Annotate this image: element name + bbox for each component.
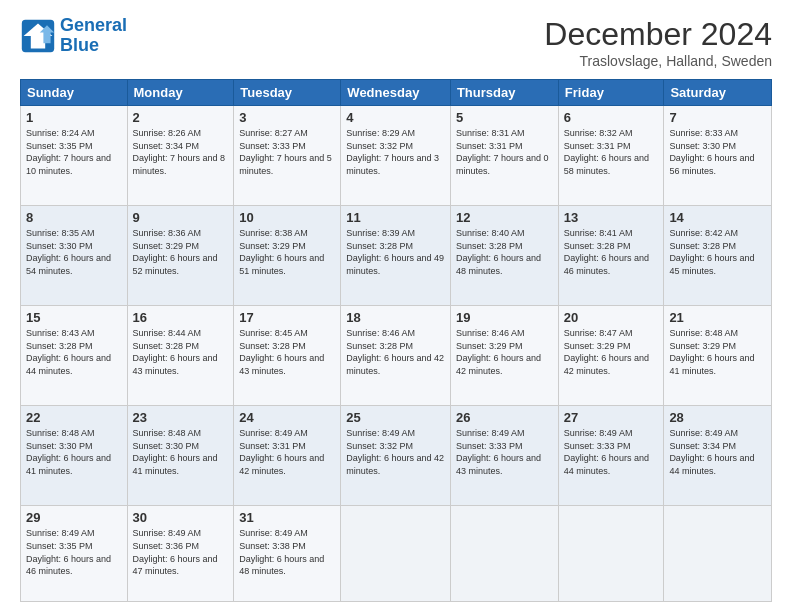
day-header-wednesday: Wednesday	[341, 80, 451, 106]
calendar-cell: 31Sunrise: 8:49 AMSunset: 3:38 PMDayligh…	[234, 506, 341, 602]
day-number: 20	[564, 310, 659, 325]
day-number: 30	[133, 510, 229, 525]
day-number: 7	[669, 110, 766, 125]
calendar-cell	[450, 506, 558, 602]
day-number: 29	[26, 510, 122, 525]
day-detail: Sunrise: 8:49 AMSunset: 3:36 PMDaylight:…	[133, 527, 229, 577]
day-number: 21	[669, 310, 766, 325]
header: General Blue December 2024 Traslovslage,…	[20, 16, 772, 69]
calendar-cell	[341, 506, 451, 602]
day-number: 4	[346, 110, 445, 125]
day-number: 26	[456, 410, 553, 425]
calendar-cell: 30Sunrise: 8:49 AMSunset: 3:36 PMDayligh…	[127, 506, 234, 602]
logo-line2: Blue	[60, 36, 127, 56]
day-number: 10	[239, 210, 335, 225]
day-detail: Sunrise: 8:29 AMSunset: 3:32 PMDaylight:…	[346, 127, 445, 177]
title-block: December 2024 Traslovslage, Halland, Swe…	[544, 16, 772, 69]
day-header-sunday: Sunday	[21, 80, 128, 106]
day-number: 8	[26, 210, 122, 225]
day-header-monday: Monday	[127, 80, 234, 106]
day-detail: Sunrise: 8:38 AMSunset: 3:29 PMDaylight:…	[239, 227, 335, 277]
calendar-cell: 11Sunrise: 8:39 AMSunset: 3:28 PMDayligh…	[341, 206, 451, 306]
day-number: 23	[133, 410, 229, 425]
calendar-cell: 18Sunrise: 8:46 AMSunset: 3:28 PMDayligh…	[341, 306, 451, 406]
day-detail: Sunrise: 8:24 AMSunset: 3:35 PMDaylight:…	[26, 127, 122, 177]
day-detail: Sunrise: 8:48 AMSunset: 3:30 PMDaylight:…	[26, 427, 122, 477]
day-detail: Sunrise: 8:39 AMSunset: 3:28 PMDaylight:…	[346, 227, 445, 277]
day-number: 25	[346, 410, 445, 425]
calendar-cell: 3Sunrise: 8:27 AMSunset: 3:33 PMDaylight…	[234, 106, 341, 206]
day-number: 11	[346, 210, 445, 225]
day-number: 9	[133, 210, 229, 225]
calendar-cell: 24Sunrise: 8:49 AMSunset: 3:31 PMDayligh…	[234, 406, 341, 506]
day-detail: Sunrise: 8:48 AMSunset: 3:30 PMDaylight:…	[133, 427, 229, 477]
day-detail: Sunrise: 8:48 AMSunset: 3:29 PMDaylight:…	[669, 327, 766, 377]
day-number: 24	[239, 410, 335, 425]
calendar-title: December 2024	[544, 16, 772, 53]
calendar-cell: 6Sunrise: 8:32 AMSunset: 3:31 PMDaylight…	[558, 106, 664, 206]
calendar-cell: 26Sunrise: 8:49 AMSunset: 3:33 PMDayligh…	[450, 406, 558, 506]
day-detail: Sunrise: 8:32 AMSunset: 3:31 PMDaylight:…	[564, 127, 659, 177]
day-number: 16	[133, 310, 229, 325]
calendar-cell: 13Sunrise: 8:41 AMSunset: 3:28 PMDayligh…	[558, 206, 664, 306]
day-header-saturday: Saturday	[664, 80, 772, 106]
logo-line1: General	[60, 15, 127, 35]
week-row-3: 15Sunrise: 8:43 AMSunset: 3:28 PMDayligh…	[21, 306, 772, 406]
calendar-cell: 21Sunrise: 8:48 AMSunset: 3:29 PMDayligh…	[664, 306, 772, 406]
day-number: 14	[669, 210, 766, 225]
day-detail: Sunrise: 8:46 AMSunset: 3:29 PMDaylight:…	[456, 327, 553, 377]
day-detail: Sunrise: 8:49 AMSunset: 3:31 PMDaylight:…	[239, 427, 335, 477]
day-number: 17	[239, 310, 335, 325]
week-row-4: 22Sunrise: 8:48 AMSunset: 3:30 PMDayligh…	[21, 406, 772, 506]
calendar-cell: 4Sunrise: 8:29 AMSunset: 3:32 PMDaylight…	[341, 106, 451, 206]
day-number: 5	[456, 110, 553, 125]
day-number: 13	[564, 210, 659, 225]
day-header-friday: Friday	[558, 80, 664, 106]
calendar-cell: 27Sunrise: 8:49 AMSunset: 3:33 PMDayligh…	[558, 406, 664, 506]
day-number: 1	[26, 110, 122, 125]
week-row-2: 8Sunrise: 8:35 AMSunset: 3:30 PMDaylight…	[21, 206, 772, 306]
calendar-cell: 10Sunrise: 8:38 AMSunset: 3:29 PMDayligh…	[234, 206, 341, 306]
day-detail: Sunrise: 8:44 AMSunset: 3:28 PMDaylight:…	[133, 327, 229, 377]
calendar-cell: 5Sunrise: 8:31 AMSunset: 3:31 PMDaylight…	[450, 106, 558, 206]
calendar-cell	[558, 506, 664, 602]
calendar-cell: 15Sunrise: 8:43 AMSunset: 3:28 PMDayligh…	[21, 306, 128, 406]
calendar-cell: 7Sunrise: 8:33 AMSunset: 3:30 PMDaylight…	[664, 106, 772, 206]
calendar-cell: 8Sunrise: 8:35 AMSunset: 3:30 PMDaylight…	[21, 206, 128, 306]
calendar-body: 1Sunrise: 8:24 AMSunset: 3:35 PMDaylight…	[21, 106, 772, 602]
logo: General Blue	[20, 16, 127, 56]
day-detail: Sunrise: 8:49 AMSunset: 3:32 PMDaylight:…	[346, 427, 445, 477]
day-detail: Sunrise: 8:47 AMSunset: 3:29 PMDaylight:…	[564, 327, 659, 377]
day-detail: Sunrise: 8:46 AMSunset: 3:28 PMDaylight:…	[346, 327, 445, 377]
calendar-cell: 20Sunrise: 8:47 AMSunset: 3:29 PMDayligh…	[558, 306, 664, 406]
logo-text: General Blue	[60, 16, 127, 56]
day-detail: Sunrise: 8:49 AMSunset: 3:34 PMDaylight:…	[669, 427, 766, 477]
day-number: 18	[346, 310, 445, 325]
calendar-cell: 2Sunrise: 8:26 AMSunset: 3:34 PMDaylight…	[127, 106, 234, 206]
day-number: 28	[669, 410, 766, 425]
page: General Blue December 2024 Traslovslage,…	[0, 0, 792, 612]
calendar-cell: 14Sunrise: 8:42 AMSunset: 3:28 PMDayligh…	[664, 206, 772, 306]
day-detail: Sunrise: 8:49 AMSunset: 3:33 PMDaylight:…	[456, 427, 553, 477]
day-detail: Sunrise: 8:49 AMSunset: 3:38 PMDaylight:…	[239, 527, 335, 577]
day-header-thursday: Thursday	[450, 80, 558, 106]
logo-icon	[20, 18, 56, 54]
day-detail: Sunrise: 8:26 AMSunset: 3:34 PMDaylight:…	[133, 127, 229, 177]
day-number: 2	[133, 110, 229, 125]
day-detail: Sunrise: 8:27 AMSunset: 3:33 PMDaylight:…	[239, 127, 335, 177]
week-row-1: 1Sunrise: 8:24 AMSunset: 3:35 PMDaylight…	[21, 106, 772, 206]
day-detail: Sunrise: 8:40 AMSunset: 3:28 PMDaylight:…	[456, 227, 553, 277]
day-detail: Sunrise: 8:43 AMSunset: 3:28 PMDaylight:…	[26, 327, 122, 377]
calendar-cell: 19Sunrise: 8:46 AMSunset: 3:29 PMDayligh…	[450, 306, 558, 406]
day-number: 27	[564, 410, 659, 425]
day-number: 19	[456, 310, 553, 325]
calendar-cell: 25Sunrise: 8:49 AMSunset: 3:32 PMDayligh…	[341, 406, 451, 506]
day-number: 3	[239, 110, 335, 125]
calendar-cell: 16Sunrise: 8:44 AMSunset: 3:28 PMDayligh…	[127, 306, 234, 406]
day-detail: Sunrise: 8:41 AMSunset: 3:28 PMDaylight:…	[564, 227, 659, 277]
day-number: 31	[239, 510, 335, 525]
calendar-cell: 23Sunrise: 8:48 AMSunset: 3:30 PMDayligh…	[127, 406, 234, 506]
day-number: 6	[564, 110, 659, 125]
day-number: 12	[456, 210, 553, 225]
calendar-cell: 28Sunrise: 8:49 AMSunset: 3:34 PMDayligh…	[664, 406, 772, 506]
